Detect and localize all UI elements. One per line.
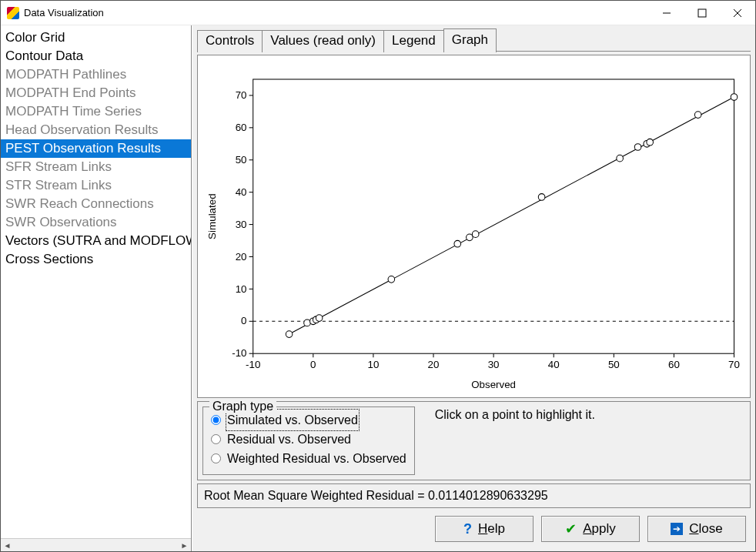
scroll-track[interactable] xyxy=(14,539,178,552)
sidebar-item[interactable]: Cross Sections xyxy=(1,250,191,269)
graph-type-option[interactable]: Residual vs. Observed xyxy=(211,430,406,449)
svg-point-49 xyxy=(316,315,323,322)
tab-row: ControlsValues (read only)LegendGraph xyxy=(197,28,751,52)
tab[interactable]: Controls xyxy=(197,30,263,52)
sidebar-item[interactable]: PEST Observation Results xyxy=(1,139,191,158)
sidebar-list[interactable]: Color GridContour DataMODPATH PathlinesM… xyxy=(1,25,191,538)
svg-text:0: 0 xyxy=(241,315,246,326)
minimize-button[interactable] xyxy=(649,1,684,25)
app-icon xyxy=(7,7,19,19)
svg-text:10: 10 xyxy=(236,283,247,294)
close-window-button[interactable] xyxy=(720,1,755,25)
titlebar: Data Visualization xyxy=(1,1,755,25)
scroll-right-icon[interactable]: ► xyxy=(178,539,191,552)
svg-point-50 xyxy=(388,276,395,283)
svg-text:50: 50 xyxy=(236,154,247,166)
sidebar-item: MODPATH Pathlines xyxy=(1,65,191,84)
scroll-left-icon[interactable]: ◄ xyxy=(1,539,14,552)
sidebar: Color GridContour DataMODPATH PathlinesM… xyxy=(1,25,192,551)
help-button[interactable]: ? Help xyxy=(435,516,534,542)
sidebar-item[interactable]: Contour Data xyxy=(1,47,191,65)
svg-point-56 xyxy=(634,144,641,151)
svg-text:0: 0 xyxy=(310,359,316,370)
svg-text:30: 30 xyxy=(488,359,500,370)
svg-text:40: 40 xyxy=(236,186,247,198)
radio-label: Residual vs. Observed xyxy=(227,430,351,449)
svg-point-55 xyxy=(617,155,624,162)
radio-label: Weighted Residual vs. Observed xyxy=(227,449,406,468)
svg-rect-1 xyxy=(698,9,706,17)
sidebar-item: MODPATH End Points xyxy=(1,84,191,102)
arrow-right-icon: ➔ xyxy=(671,523,683,535)
maximize-button[interactable] xyxy=(684,1,720,25)
svg-text:70: 70 xyxy=(728,359,740,370)
svg-text:60: 60 xyxy=(668,359,680,370)
svg-rect-5 xyxy=(253,79,734,353)
radio-input[interactable] xyxy=(211,434,221,444)
svg-point-54 xyxy=(538,194,545,201)
status-text: Root Mean Square Weighted Residual = 0.0… xyxy=(197,483,751,508)
sidebar-item: SWR Reach Connections xyxy=(1,195,191,213)
apply-button[interactable]: ✔ Apply xyxy=(541,516,640,542)
chart-area[interactable]: -10010203040506070-10010203040506070Obse… xyxy=(197,55,751,398)
svg-text:10: 10 xyxy=(367,359,379,370)
svg-point-51 xyxy=(454,240,461,247)
svg-point-53 xyxy=(472,231,479,238)
sidebar-item: Head Observation Results xyxy=(1,121,191,139)
svg-text:60: 60 xyxy=(236,122,247,133)
svg-point-52 xyxy=(467,234,473,241)
help-icon: ? xyxy=(463,521,472,537)
graph-type-group: Graph type Simulated vs. ObservedResidua… xyxy=(202,406,415,475)
svg-point-58 xyxy=(647,139,654,146)
svg-text:Observed: Observed xyxy=(471,379,516,390)
svg-text:20: 20 xyxy=(236,251,247,263)
hint-text: Click on a point to highlight it. xyxy=(430,406,595,475)
svg-point-46 xyxy=(304,319,311,326)
svg-text:40: 40 xyxy=(548,359,560,370)
sidebar-hscrollbar[interactable]: ◄ ► xyxy=(1,538,191,551)
tab[interactable]: Values (read only) xyxy=(262,30,384,52)
svg-text:70: 70 xyxy=(236,89,247,101)
svg-text:Simulated: Simulated xyxy=(206,193,218,239)
close-button[interactable]: ➔ Close xyxy=(647,516,746,542)
graph-type-option[interactable]: Weighted Residual vs. Observed xyxy=(211,449,406,468)
sidebar-item: SWR Observations xyxy=(1,213,191,232)
svg-point-45 xyxy=(286,331,293,338)
button-row: ? Help ✔ Apply ➔ Close xyxy=(197,511,751,547)
svg-point-59 xyxy=(694,112,701,119)
radio-input[interactable] xyxy=(211,453,221,463)
window-title: Data Visualization xyxy=(24,7,649,18)
graph-type-legend: Graph type xyxy=(209,400,276,413)
svg-text:30: 30 xyxy=(236,219,247,230)
options-panel: Graph type Simulated vs. ObservedResidua… xyxy=(197,401,751,480)
radio-input[interactable] xyxy=(211,415,221,425)
svg-line-44 xyxy=(289,97,734,334)
sidebar-item: MODPATH Time Series xyxy=(1,102,191,121)
svg-text:20: 20 xyxy=(428,359,440,370)
sidebar-item[interactable]: Vectors (SUTRA and MODFLOW 6 only) xyxy=(1,232,191,250)
sidebar-item: SFR Stream Links xyxy=(1,158,191,176)
sidebar-item[interactable]: Color Grid xyxy=(1,28,191,47)
svg-text:50: 50 xyxy=(608,359,620,370)
check-icon: ✔ xyxy=(565,520,577,537)
svg-text:-10: -10 xyxy=(246,359,260,370)
sidebar-item: STR Stream Links xyxy=(1,176,191,195)
tab[interactable]: Graph xyxy=(443,28,497,52)
svg-point-60 xyxy=(731,94,738,101)
tab[interactable]: Legend xyxy=(383,30,444,52)
svg-text:-10: -10 xyxy=(232,347,246,359)
